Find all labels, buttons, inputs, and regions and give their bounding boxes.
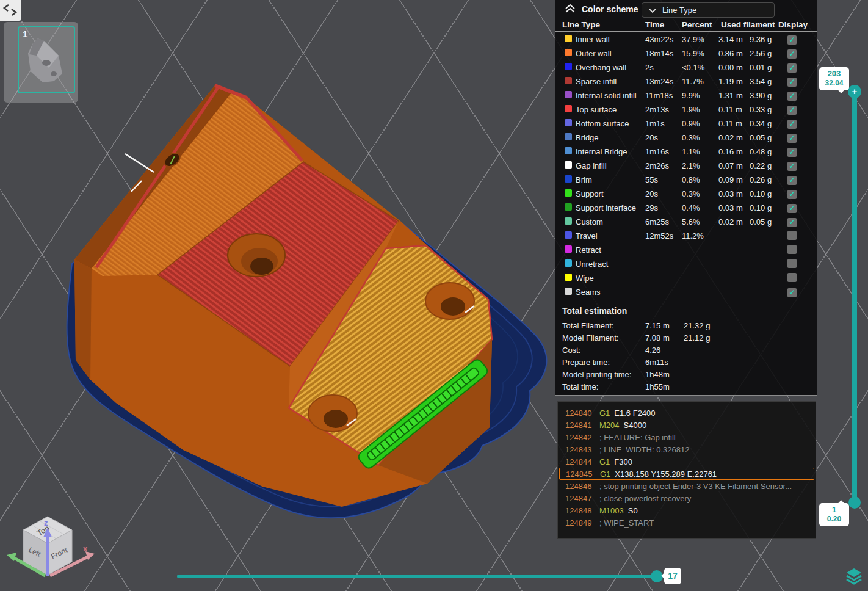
plate-thumbnail[interactable]: 1 — [18, 26, 75, 93]
move-slider-track[interactable] — [177, 575, 658, 578]
legend-row-seams: Seams ✓ — [555, 285, 817, 299]
display-checkbox[interactable]: ✓ — [787, 134, 797, 143]
gcode-line-124848[interactable]: 124848 M1003 S0 — [559, 504, 814, 517]
display-checkbox[interactable]: ✓ — [787, 63, 797, 73]
line-type-time: 20s — [645, 189, 682, 198]
line-type-color-chip — [565, 259, 572, 267]
gcode-panel[interactable]: 124840 G1 E1.6 F2400 124841 M204 S4000 1… — [557, 401, 816, 539]
move-slider-handle[interactable] — [651, 570, 663, 582]
line-type-color-chip — [565, 119, 572, 126]
gcode-line-124846[interactable]: 124846 ; stop printing object Ender-3 V3… — [559, 480, 814, 492]
display-checkbox[interactable]: ✓ — [787, 106, 797, 115]
total-estimation-row: Total Filament: 7.15 m 21.32 g — [555, 319, 817, 332]
nav-cube[interactable]: Top Left Front z x — [7, 517, 95, 576]
line-type-color-chip — [565, 133, 572, 140]
display-checkbox[interactable]: ✓ — [787, 35, 797, 45]
line-type-percent: 0.3% — [682, 133, 718, 142]
line-type-percent: 0.4% — [682, 203, 718, 212]
gcode-line-124847[interactable]: 124847 ; close powerlost recovery — [559, 492, 814, 504]
display-checkbox[interactable] — [787, 259, 797, 268]
total-estimation-row: Model Filament: 7.08 m 21.12 g — [555, 332, 817, 344]
legend-row-bridge: Bridge 20s 0.3% 0.02 m 0.05 g ✓ — [555, 131, 817, 145]
display-checkbox[interactable]: ✓ — [787, 176, 797, 185]
estimation-value-1: 4.26 — [645, 346, 684, 355]
display-checkbox[interactable] — [787, 273, 797, 282]
color-scheme-select[interactable]: Line Type — [642, 2, 775, 18]
layer-slider-bottom-handle[interactable] — [848, 496, 861, 509]
legend-row-travel: Travel 12m52s 11.2% — [555, 229, 817, 243]
col-percent: Percent — [682, 20, 721, 29]
estimation-value-1: 1h48m — [645, 370, 684, 379]
display-checkbox[interactable]: ✓ — [787, 78, 797, 87]
line-type-percent: 37.9% — [682, 35, 718, 44]
display-checkbox[interactable]: ✓ — [787, 148, 797, 157]
estimation-label: Model Filament: — [562, 333, 645, 343]
gcode-line-124842[interactable]: 124842 ; FEATURE: Gap infill — [559, 431, 814, 443]
display-checkbox[interactable]: ✓ — [787, 288, 797, 297]
display-checkbox[interactable]: ✓ — [787, 49, 797, 59]
legend-rows: Inner wall 43m22s 37.9% 3.14 m 9.36 g ✓ … — [555, 32, 817, 299]
line-type-used-g: 0.48 g — [750, 147, 787, 156]
double-chevron-up-icon — [564, 3, 576, 14]
legend-row-outer-wall: Outer wall 18m14s 15.9% 0.86 m 2.56 g ✓ — [555, 46, 817, 60]
estimation-value-1: 7.08 m — [645, 333, 684, 343]
total-estimation-title: Total estimation — [555, 304, 817, 319]
display-checkbox[interactable]: ✓ — [787, 92, 797, 101]
line-type-percent: 0.9% — [682, 119, 718, 128]
plate-thumbnail-panel[interactable]: 1 — [4, 22, 78, 103]
estimation-value-1: 6m11s — [645, 358, 684, 367]
estimation-label: Total time: — [562, 382, 645, 391]
line-type-time: 11m18s — [645, 91, 682, 100]
gcode-line-124841[interactable]: 124841 M204 S4000 — [559, 419, 814, 431]
x-axis-label: x — [83, 544, 88, 553]
code-angle-brackets-icon — [0, 0, 21, 21]
legend-row-gap-infill: Gap infill 2m26s 2.1% 0.07 m 0.22 g ✓ — [555, 159, 817, 173]
gcode-window-toggle-button[interactable] — [0, 0, 21, 21]
viewport[interactable]: Top Left Front z x 1 — [0, 0, 868, 591]
estimation-label: Cost: — [562, 346, 645, 355]
gcode-line-number: 124845 — [566, 470, 600, 479]
gcode-line-124845[interactable]: 124845 G1 X138.158 Y155.289 E.22761 — [559, 468, 814, 480]
total-estimation-row: Cost: 4.26 — [555, 344, 817, 356]
legend-row-unretract: Unretract — [555, 257, 817, 271]
line-type-label: Travel — [576, 231, 645, 241]
chevron-down-icon — [648, 7, 657, 13]
line-type-color-chip — [565, 49, 572, 56]
gcode-args: S4000 — [624, 421, 647, 430]
line-type-percent: 15.9% — [682, 49, 718, 58]
line-type-color-chip — [565, 147, 572, 154]
gcode-line-124840[interactable]: 124840 G1 E1.6 F2400 — [559, 407, 814, 419]
line-type-used-g: 0.01 g — [750, 63, 787, 72]
gcode-args: S0 — [628, 506, 638, 515]
display-checkbox[interactable] — [787, 245, 797, 254]
line-type-percent: 5.6% — [682, 217, 718, 227]
display-checkbox[interactable]: ✓ — [787, 218, 797, 227]
estimation-value-2: 21.32 g — [684, 321, 817, 330]
display-checkbox[interactable]: ✓ — [787, 120, 797, 129]
gcode-line-124844[interactable]: 124844 G1 F300 — [559, 455, 814, 468]
gcode-line-number: 124848 — [565, 506, 599, 515]
line-type-used-m: 0.02 m — [718, 133, 750, 142]
layers-view-button[interactable] — [845, 567, 863, 585]
line-type-label: Wipe — [576, 274, 645, 283]
line-type-color-chip — [565, 161, 572, 169]
collapse-panel-button[interactable] — [563, 3, 577, 15]
layer-slider-top-handle[interactable]: + — [848, 85, 861, 98]
legend-row-retract: Retract — [555, 243, 817, 257]
display-checkbox[interactable] — [787, 231, 797, 240]
display-checkbox[interactable]: ✓ — [787, 204, 797, 213]
display-checkbox[interactable]: ✓ — [787, 190, 797, 199]
printed-model[interactable] — [67, 85, 547, 518]
estimation-label: Total Filament: — [562, 321, 645, 330]
col-line-type: Line Type — [562, 20, 645, 29]
display-checkbox[interactable]: ✓ — [787, 162, 797, 171]
estimation-value-1: 7.15 m — [645, 321, 684, 330]
line-type-color-chip — [565, 63, 572, 70]
layer-slider-track[interactable] — [852, 92, 857, 502]
gcode-command: G1 — [600, 470, 610, 479]
panel-title: Color scheme — [582, 4, 638, 14]
gcode-line-124849[interactable]: 124849 ; WIPE_START — [559, 517, 814, 529]
gcode-line-124843[interactable]: 124843 ; LINE_WIDTH: 0.326812 — [559, 443, 814, 455]
line-type-used-m: 0.03 m — [718, 203, 750, 212]
line-type-used-m: 0.07 m — [718, 161, 750, 170]
